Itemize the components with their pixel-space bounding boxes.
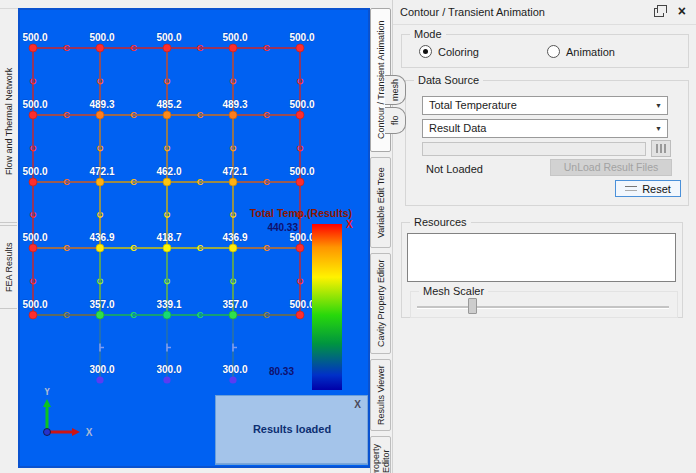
node-temperature-label: 500.0 [22, 166, 47, 177]
conductor-glyph: C [130, 43, 137, 53]
y-axis-label: Y [44, 388, 51, 397]
conductor-glyph: C [162, 278, 172, 285]
legend-close-icon[interactable]: X [346, 219, 353, 230]
browse-button[interactable] [651, 140, 671, 157]
side-tab-mesh[interactable]: mesh [385, 75, 406, 105]
radio-coloring-button[interactable] [419, 45, 432, 58]
panel-header: Contour / Transient Animation × [393, 0, 696, 25]
viewport-canvas[interactable]: CCCCCCCCCCCCCCCCCCCCCCCCCCCCCCCCCCCCCCCC… [18, 8, 370, 468]
film-glyph [233, 344, 237, 352]
radio-animation-label: Animation [566, 46, 615, 58]
mesh-node [229, 178, 237, 186]
conductor-glyph: C [295, 145, 305, 152]
slider-handle[interactable] [468, 298, 477, 314]
mesh-node [96, 111, 104, 119]
tab-results-viewer[interactable]: Results Viewer [370, 359, 391, 431]
node-temperature-label: 339.1 [156, 299, 181, 310]
mesh-node [163, 44, 171, 52]
node-temperature-label: 500.0 [289, 99, 314, 110]
node-temperature-label: 418.7 [156, 232, 181, 243]
conductor-glyph: C [295, 278, 305, 285]
film-glyph [167, 344, 171, 352]
conductor-glyph: C [130, 177, 137, 187]
data-source-group-label: Data Source [414, 74, 483, 86]
node-temperature-label: 462.0 [156, 166, 181, 177]
mesh-node [96, 178, 104, 186]
tab-variable-edit-tree[interactable]: Variable Edit Tree [370, 157, 391, 248]
conductor-glyph: C [228, 278, 238, 285]
conductor-glyph: C [63, 43, 70, 53]
conductor-glyph: C [197, 110, 204, 120]
chevron-down-icon: ▼ [655, 97, 662, 114]
conductor-glyph: C [130, 310, 137, 320]
film-glyph [100, 344, 104, 352]
mesh-node [96, 244, 104, 252]
node-temperature-label: 500.0 [22, 99, 47, 110]
file-browse-icon [656, 144, 666, 153]
conductor-glyph: C [63, 177, 70, 187]
reset-button[interactable]: Reset [615, 180, 681, 197]
mesh-node [96, 311, 104, 319]
node-temperature-label: 489.3 [222, 99, 247, 110]
conductor-glyph: C [263, 310, 270, 320]
conductor-glyph: C [63, 110, 70, 120]
mesh-node [96, 376, 103, 383]
mesh-node [229, 311, 237, 319]
result-field-dropdown[interactable]: Total Temperature ▼ [422, 96, 668, 115]
mesh-node [163, 178, 171, 186]
popup-close-icon[interactable]: X [354, 399, 361, 410]
node-temperature-label: 500.0 [289, 166, 314, 177]
load-status-text: Not Loaded [426, 163, 483, 175]
application-window: Flow and Thermal Network FEA Results CCC… [0, 0, 696, 473]
resources-list[interactable] [407, 233, 676, 282]
mode-group: Mode Coloring Animation [401, 34, 689, 68]
triad-origin [44, 429, 51, 436]
data-type-dropdown[interactable]: Result Data ▼ [422, 119, 668, 138]
node-temperature-label: 500.0 [22, 32, 47, 43]
conductor-glyph: C [28, 145, 38, 152]
unload-result-files-button[interactable]: UnLoad Result Files [550, 159, 672, 176]
x-axis-label: X [86, 427, 93, 438]
conductor-glyph: C [197, 243, 204, 253]
radio-animation[interactable]: Animation [547, 45, 615, 58]
conductor-glyph: C [95, 278, 105, 285]
side-tab-flo[interactable]: flo [385, 107, 406, 134]
panel-close-icon[interactable]: × [678, 4, 686, 18]
node-temperature-label: 485.2 [156, 99, 181, 110]
node-temperature-label: 500.0 [289, 232, 314, 243]
conductor-glyph: C [263, 110, 270, 120]
resources-group: Resources Mesh Scaler [401, 222, 683, 318]
node-temperature-label: 436.9 [222, 232, 247, 243]
tab-fea-results[interactable]: FEA Results [0, 225, 17, 309]
tab-flow-and-thermal-network[interactable]: Flow and Thermal Network [0, 21, 17, 223]
node-temperature-label: 500.0 [22, 299, 47, 310]
tab-property-editor[interactable]: Property Editor [370, 436, 391, 473]
contour-transient-animation-panel: Contour / Transient Animation × Mode Col… [392, 0, 696, 473]
mode-group-label: Mode [410, 28, 446, 40]
right-tab-strip: Contour / Transient Animation Variable E… [370, 0, 392, 473]
mesh-scaler-slider[interactable] [415, 295, 673, 315]
tab-cavity-property-editor[interactable]: Cavity Property Editor [370, 253, 391, 354]
reset-button-label: Reset [642, 183, 671, 195]
conductor-glyph: C [197, 310, 204, 320]
mesh-node [296, 44, 304, 52]
float-window-icon[interactable] [654, 8, 664, 17]
orientation-triad: YX [28, 388, 120, 450]
mesh-node [163, 111, 171, 119]
radio-animation-button[interactable] [547, 45, 560, 58]
conductor-glyph: C [162, 78, 172, 85]
mesh-node [163, 376, 170, 383]
conductor-glyph: C [263, 177, 270, 187]
result-file-input[interactable] [422, 142, 646, 156]
resources-group-label: Resources [410, 216, 471, 228]
node-temperature-label: 357.0 [222, 299, 247, 310]
mesh-node [229, 376, 236, 383]
mesh-node [296, 244, 304, 252]
radio-coloring[interactable]: Coloring [419, 45, 479, 58]
node-temperature-label: 500.0 [22, 232, 47, 243]
conductor-glyph: C [295, 211, 305, 218]
result-field-value: Total Temperature [429, 99, 517, 111]
mesh-node [229, 111, 237, 119]
conductor-glyph: C [228, 145, 238, 152]
left-tab-strip: Flow and Thermal Network FEA Results [0, 8, 18, 469]
